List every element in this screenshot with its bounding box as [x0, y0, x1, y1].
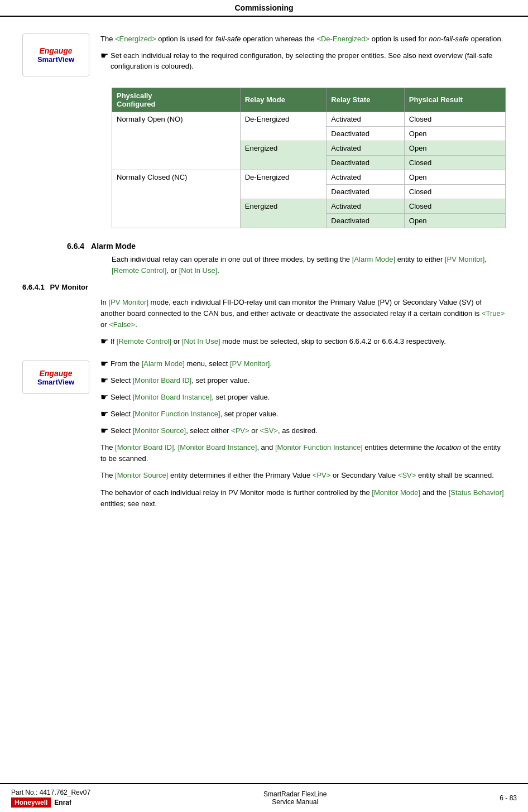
logo-top-1: Engauge [39, 46, 72, 55]
bullet-monitor-board-inst: ☛ Select [Monitor Board Instance], set p… [100, 392, 506, 404]
cell-phys-result: Open [404, 170, 505, 184]
cell-phys-result: Closed [404, 155, 505, 170]
section-6641-num: 6.6.4.1 [22, 283, 45, 291]
col-header-phys-config: PhysicallyConfigured [112, 88, 241, 112]
bullet-icon-mfi: ☛ [100, 407, 108, 421]
monitor-source-link1: [Monitor Source] [133, 426, 186, 435]
table-row: Normally Closed (NC)De-EnergizedActivate… [112, 170, 506, 184]
sv-link1: <SV> [260, 426, 278, 435]
relay-table: PhysicallyConfigured Relay Mode Relay St… [112, 88, 506, 228]
cell-phys-result: Closed [404, 112, 505, 126]
not-in-use-link1: [Not In Use] [179, 266, 218, 275]
part-number: Part No.: 4417.762_Rev07 [11, 789, 90, 796]
bullet-icon-am: ☛ [100, 357, 108, 371]
intro-bullet1: ☛ Set each individual relay to the requi… [100, 50, 506, 72]
section-6641-para1: In [PV Monitor] mode, each individual FI… [100, 297, 506, 330]
table-container: PhysicallyConfigured Relay Mode Relay St… [22, 88, 506, 228]
honeywell-logo: Honeywell Enraf [11, 797, 90, 808]
section-664: 6.6.4 Alarm Mode [22, 242, 506, 251]
bullet-am-text: From the [Alarm Mode] menu, select [PV M… [111, 358, 272, 371]
bullet-alarm-mode: ☛ From the [Alarm Mode] menu, select [PV… [100, 358, 506, 371]
monitor-func-instance-link2: [Monitor Function Instance] [275, 443, 363, 451]
bullet-icon-mbi: ☛ [100, 391, 108, 404]
bullet-icon-rc: ☛ [100, 335, 108, 348]
location-italic: location [436, 443, 461, 451]
monitor-board-id-link2: [Monitor Board ID] [115, 443, 174, 451]
intro-paragraph1: The <Energized> option is used for fail-… [100, 33, 506, 45]
col-header-relay-mode: Relay Mode [240, 88, 327, 112]
cell-relay-mode: De-Energized [240, 112, 327, 141]
pv-link2: <PV> [313, 471, 331, 479]
remote-control-link2: [Remote Control] [117, 337, 171, 345]
footer-left: Part No.: 4417.762_Rev07 Honeywell Enraf [11, 789, 90, 808]
logo-bottom-2: SmartView [37, 378, 74, 386]
false-link: <False> [109, 320, 135, 329]
honeywell-name: Honeywell [11, 797, 51, 808]
non-fail-safe-text: non-fail-safe [429, 35, 469, 43]
section-6641-para2: The [Monitor Board ID], [Monitor Board I… [100, 442, 506, 464]
pv-monitor-link1: [PV Monitor] [445, 255, 485, 263]
cell-relay-state: Activated [327, 141, 405, 155]
cell-relay-mode: Energized [240, 141, 327, 170]
intro-section: Engauge SmartView The <Energized> option… [22, 33, 506, 76]
section-664-body-container: Each individual relay can operate in one… [22, 254, 506, 276]
sv-link2: <SV> [398, 471, 416, 479]
col-header-phys-result: Physical Result [404, 88, 505, 112]
cell-relay-state: Activated [327, 112, 405, 126]
monitor-board-id-link1: [Monitor Board ID] [133, 376, 192, 385]
section-664-title: Alarm Mode [91, 242, 136, 251]
footer-center: SmartRadar FlexLine Service Manual [263, 790, 327, 806]
pv-link1: <PV> [231, 426, 249, 435]
bullet-icon-1: ☛ [100, 49, 108, 72]
remote-control-link1: [Remote Control] [112, 266, 166, 275]
logo-top-2: Engauge [39, 369, 72, 378]
cell-phys-result: Open [404, 126, 505, 141]
page-header: Commissioning [0, 0, 528, 17]
deenergized-link: <De-Energized> [316, 35, 369, 43]
pv-monitor-link2: [PV Monitor] [108, 298, 148, 306]
page-footer: Part No.: 4417.762_Rev07 Honeywell Enraf… [0, 783, 528, 812]
logo-box-1: Engauge SmartView [22, 33, 89, 76]
logo-bottom-1: SmartView [37, 55, 74, 64]
doc-type: Service Manual [263, 798, 327, 806]
intro-bullet1-text: Set each individual relay to the require… [111, 50, 506, 72]
table-header-row: PhysicallyConfigured Relay Mode Relay St… [112, 88, 506, 112]
bullet-mfi-text: Select [Monitor Function Instance], set … [111, 409, 279, 421]
monitor-board-instance-link1: [Monitor Board Instance] [133, 393, 212, 401]
bullet-mbi-text: Select [Monitor Board Instance], set pro… [111, 392, 270, 404]
intro-text: The <Energized> option is used for fail-… [100, 33, 506, 76]
pv-monitor-link3: [PV Monitor] [230, 359, 270, 368]
cell-relay-state: Activated [327, 170, 405, 184]
bullet-monitor-board-id: ☛ Select [Monitor Board ID], set proper … [100, 375, 506, 387]
monitor-mode-link: [Monitor Mode] [372, 488, 420, 497]
not-in-use-link2: [Not In Use] [182, 337, 220, 345]
header-title: Commissioning [234, 3, 293, 12]
enraf-name: Enraf [54, 799, 71, 806]
bullet-monitor-source: ☛ Select [Monitor Source], select either… [100, 425, 506, 438]
section-664-body: Each individual relay can operate in one… [112, 254, 506, 276]
section-6641: 6.6.4.1 PV Monitor [22, 283, 506, 291]
bullet-monitor-func-inst: ☛ Select [Monitor Function Instance], se… [100, 409, 506, 421]
logo-col-3: Engauge SmartView [22, 358, 89, 515]
cell-relay-state: Deactivated [327, 184, 405, 199]
monitor-board-instance-link2: [Monitor Board Instance] [178, 443, 257, 451]
cell-phys-result: Closed [404, 184, 505, 199]
page-ref: 6 - 83 [500, 794, 517, 802]
section-6641-title: PV Monitor [50, 283, 88, 291]
cell-relay-state: Deactivated [327, 213, 405, 228]
page-content: Engauge SmartView The <Energized> option… [0, 17, 528, 554]
logo-col-2 [22, 297, 89, 353]
section-6641-para4: The behavior of each individual relay in… [100, 487, 506, 510]
footer-right: 6 - 83 [500, 794, 517, 802]
bullet-mbid-text: Select [Monitor Board ID], set proper va… [111, 375, 249, 387]
bullet-icon-mbid: ☛ [100, 374, 108, 387]
cell-relay-mode: Energized [240, 199, 327, 228]
section-6641-bullets: ☛ From the [Alarm Mode] menu, select [PV… [100, 358, 506, 515]
table-row: Normally Open (NO)De-EnergizedActivatedC… [112, 112, 506, 126]
product-name: SmartRadar FlexLine [263, 790, 327, 798]
cell-relay-state: Deactivated [327, 155, 405, 170]
section-664-num: 6.6.4 [67, 242, 84, 251]
cell-phys-result: Open [404, 141, 505, 155]
col-header-relay-state: Relay State [327, 88, 405, 112]
fail-safe-text: fail-safe [215, 35, 241, 43]
